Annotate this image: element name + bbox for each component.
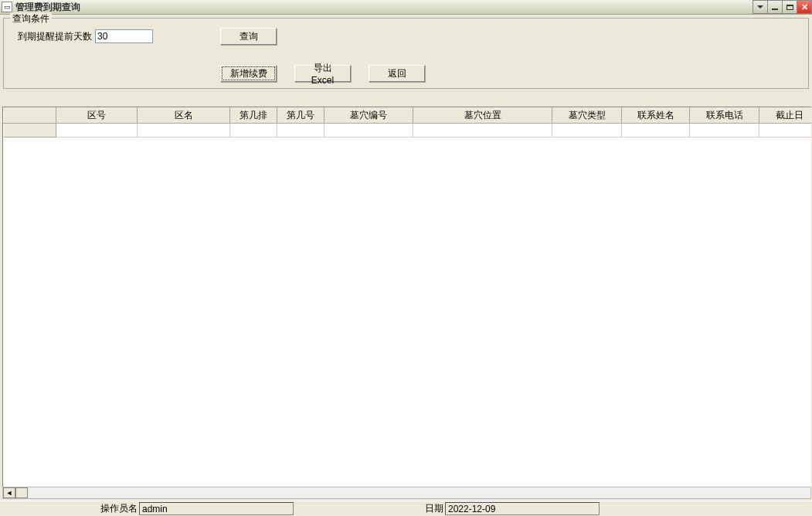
status-bar: 操作员名 admin 日期 2022-12-09 <box>0 501 812 516</box>
table-cell[interactable] <box>138 124 230 137</box>
table-cell[interactable] <box>4 124 56 137</box>
table-cell[interactable] <box>277 124 324 137</box>
column-header[interactable]: 联系姓名 <box>622 108 690 124</box>
column-header[interactable]: 第几号 <box>277 108 324 124</box>
column-header[interactable]: 墓穴类型 <box>552 108 622 124</box>
system-menu-icon[interactable]: ▭ <box>2 2 12 12</box>
minimize-button[interactable] <box>767 0 783 14</box>
table-cell[interactable] <box>622 124 690 137</box>
table-cell[interactable] <box>324 124 413 137</box>
grid-table: 区号区名第几排第几号墓穴编号墓穴位置墓穴类型联系姓名联系电话截止日 <box>3 107 811 137</box>
column-header[interactable]: 第几排 <box>230 108 277 124</box>
date-label: 日期 <box>425 502 443 515</box>
scroll-thumb-left[interactable] <box>15 487 28 498</box>
renew-button-label: 新增续费 <box>222 66 275 80</box>
days-input[interactable] <box>95 29 153 43</box>
days-label: 到期提醒提前天数 <box>18 30 92 43</box>
window-buttons: ✕ <box>753 0 812 14</box>
table-cell[interactable] <box>690 124 759 137</box>
query-button[interactable]: 查询 <box>220 28 277 45</box>
content-area: 查询条件 到期提醒提前天数 查询 新增续费 导出Excel 返回 区号区名第几排… <box>0 15 812 516</box>
table-cell[interactable] <box>56 124 138 137</box>
column-header[interactable]: 截止日 <box>759 108 812 124</box>
dropdown-button[interactable] <box>753 0 768 14</box>
renew-button[interactable]: 新增续费 <box>220 65 277 82</box>
export-excel-button[interactable]: 导出Excel <box>294 65 351 82</box>
table-cell[interactable] <box>552 124 622 137</box>
column-header[interactable]: 联系电话 <box>690 108 759 124</box>
return-button[interactable]: 返回 <box>369 65 425 82</box>
column-header[interactable]: 墓穴编号 <box>324 108 413 124</box>
scroll-left-arrow[interactable]: ◄ <box>3 487 15 498</box>
title-bar: ▭ 管理费到期查询 ✕ <box>0 0 812 15</box>
maximize-button[interactable] <box>782 0 797 14</box>
table-cell[interactable] <box>230 124 277 137</box>
scroll-track[interactable] <box>28 487 810 498</box>
close-button[interactable]: ✕ <box>797 0 812 14</box>
column-header[interactable]: 区名 <box>138 108 230 124</box>
data-grid[interactable]: 区号区名第几排第几号墓穴编号墓穴位置墓穴类型联系姓名联系电话截止日 <box>2 107 811 493</box>
horizontal-scrollbar[interactable]: ◄ <box>2 487 811 499</box>
window-title: 管理费到期查询 <box>15 1 80 14</box>
days-field-row: 到期提醒提前天数 <box>18 29 153 43</box>
table-row[interactable] <box>4 124 812 137</box>
operator-label: 操作员名 <box>100 502 138 515</box>
date-value: 2022-12-09 <box>445 502 600 515</box>
table-cell[interactable] <box>759 124 812 137</box>
column-header[interactable] <box>4 108 56 124</box>
table-cell[interactable] <box>413 124 552 137</box>
column-header[interactable]: 区号 <box>56 108 138 124</box>
query-legend: 查询条件 <box>10 12 52 25</box>
operator-value: admin <box>139 502 294 515</box>
column-header[interactable]: 墓穴位置 <box>413 108 552 124</box>
query-panel: 查询条件 到期提醒提前天数 查询 新增续费 导出Excel 返回 <box>3 18 809 89</box>
